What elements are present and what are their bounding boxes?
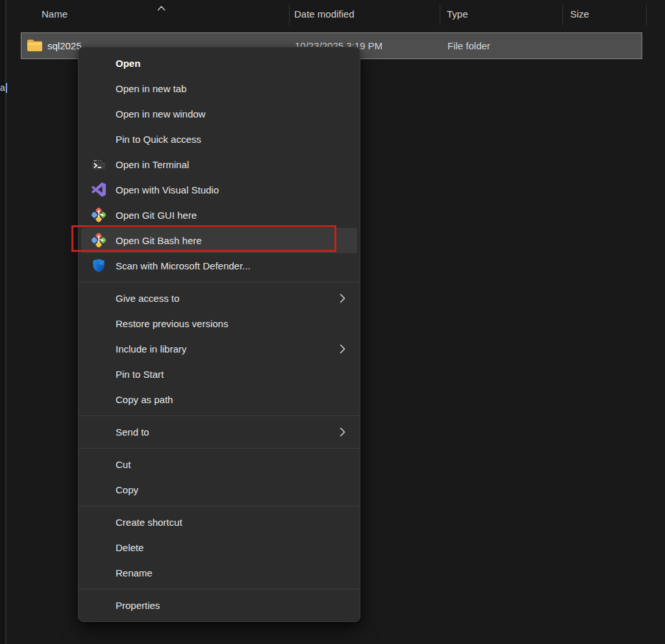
menu-item-label: Rename (116, 567, 153, 578)
menu-item-label: Open Git GUI here (116, 210, 197, 221)
context-menu: OpenOpen in new tabOpen in new windowPin… (78, 47, 360, 622)
menu-item-open-git-gui-here[interactable]: Open Git GUI here (81, 203, 357, 228)
submenu-chevron-right-icon (340, 286, 345, 311)
menu-item-label: Copy as path (116, 394, 173, 405)
column-header-size[interactable]: Size (570, 0, 589, 29)
menu-item-open-git-bash-here[interactable]: Open Git Bash here (81, 228, 357, 253)
menu-item-label: Open in new tab (116, 83, 186, 94)
menu-item-label: Give access to (116, 293, 179, 304)
menu-item-open-in-terminal[interactable]: Open in Terminal (81, 152, 357, 177)
file-type: File folder (447, 33, 490, 58)
menu-item-label: Pin to Start (116, 369, 164, 380)
submenu-chevron-right-icon (340, 336, 345, 362)
defender-icon (92, 258, 106, 273)
menu-item-create-shortcut[interactable]: Create shortcut (81, 510, 357, 535)
sidebar-clipped-label-text: a (0, 82, 5, 93)
column-divider[interactable] (289, 5, 290, 25)
menu-item-restore-previous-versions[interactable]: Restore previous versions (81, 311, 357, 336)
visual-studio-icon (92, 182, 106, 197)
menu-item-label: Open in Terminal (116, 159, 189, 170)
menu-item-label: Open Git Bash here (116, 235, 202, 246)
file-name: sql2025 (47, 33, 82, 58)
submenu-chevron-right-icon (340, 419, 345, 445)
git-icon (92, 208, 106, 222)
menu-item-label: Open in new window (116, 108, 205, 119)
menu-item-pin-to-start[interactable]: Pin to Start (81, 362, 357, 387)
menu-item-send-to[interactable]: Send to (81, 419, 357, 445)
column-header-date-modified[interactable]: Date modified (294, 0, 355, 29)
menu-item-label: Properties (116, 600, 160, 611)
column-header-name[interactable]: Name (42, 0, 68, 29)
menu-item-label: Include in library (116, 343, 186, 354)
menu-item-pin-to-quick-access[interactable]: Pin to Quick access (81, 127, 357, 152)
pane-divider[interactable] (5, 0, 6, 644)
menu-item-label: Cut (116, 459, 131, 470)
column-divider[interactable] (440, 5, 440, 25)
menu-item-label: Create shortcut (116, 517, 182, 528)
git-icon (92, 233, 106, 247)
menu-item-open-in-new-window[interactable]: Open in new window (81, 101, 357, 127)
menu-item-cut[interactable]: Cut (81, 452, 357, 477)
sidebar-clipped-label: a (0, 82, 7, 93)
folder-icon (27, 38, 43, 53)
menu-item-delete[interactable]: Delete (81, 535, 357, 560)
menu-separator (79, 506, 360, 506)
menu-item-open-in-new-tab[interactable]: Open in new tab (81, 76, 357, 101)
file-explorer-window: a Name Date modified Type Size sql2025 1… (0, 0, 665, 644)
menu-item-scan-with-microsoft-defender[interactable]: Scan with Microsoft Defender... (81, 253, 357, 279)
menu-item-properties[interactable]: Properties (81, 593, 357, 618)
menu-item-open-with-visual-studio[interactable]: Open with Visual Studio (81, 177, 357, 203)
menu-item-rename[interactable]: Rename (81, 560, 357, 586)
menu-item-give-access-to[interactable]: Give access to (81, 286, 357, 311)
menu-separator (79, 448, 360, 449)
menu-item-label: Open with Visual Studio (116, 184, 219, 195)
menu-item-copy-as-path[interactable]: Copy as path (81, 387, 357, 412)
column-divider[interactable] (646, 5, 647, 25)
chevron-up-icon (157, 2, 166, 14)
menu-separator (79, 415, 360, 416)
menu-item-label: Delete (116, 542, 144, 553)
sidebar-clipped-label-caret (6, 83, 7, 93)
menu-separator (79, 589, 360, 589)
menu-item-copy[interactable]: Copy (81, 477, 357, 502)
column-header-type[interactable]: Type (447, 0, 468, 29)
menu-item-label: Send to (116, 427, 149, 438)
terminal-icon (92, 157, 106, 171)
menu-item-open[interactable]: Open (81, 51, 357, 76)
column-header-bar: Name Date modified Type Size (6, 0, 665, 29)
menu-item-label: Copy (116, 484, 138, 495)
menu-item-include-in-library[interactable]: Include in library (81, 336, 357, 362)
menu-item-label: Pin to Quick access (116, 134, 201, 145)
menu-item-label: Scan with Microsoft Defender... (116, 260, 251, 271)
menu-item-label: Restore previous versions (116, 318, 228, 329)
column-divider[interactable] (562, 5, 563, 25)
menu-item-label: Open (116, 58, 140, 69)
menu-separator (79, 282, 360, 282)
